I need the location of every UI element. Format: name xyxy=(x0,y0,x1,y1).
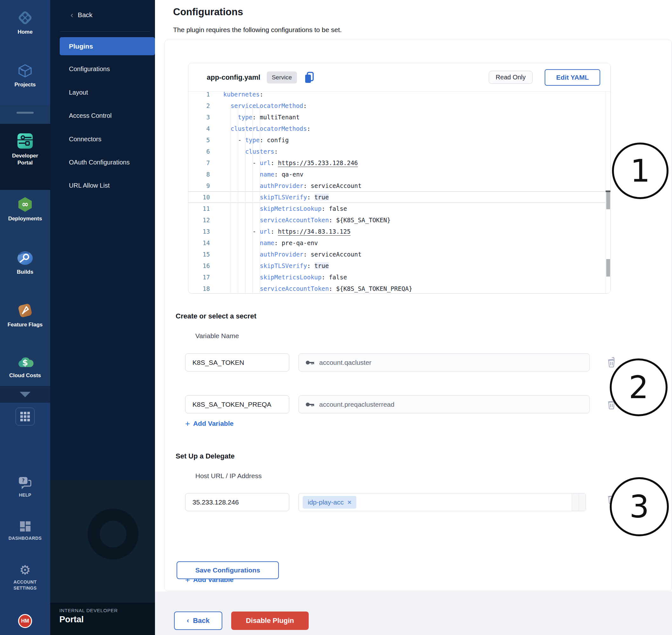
page-title: Configurations xyxy=(173,6,243,18)
disable-plugin-button[interactable]: Disable Plugin xyxy=(231,612,309,630)
line-number: 10 xyxy=(188,192,210,203)
yaml-key: serviceAccountToken xyxy=(260,217,329,223)
yaml-code-area[interactable]: 1kubernetes:2serviceLocatorMethod:3type:… xyxy=(188,92,605,293)
line-number: 5 xyxy=(188,134,210,146)
svg-text:$: $ xyxy=(22,358,28,367)
scrollbar-thumb[interactable] xyxy=(606,192,610,209)
line-number: 14 xyxy=(188,237,210,248)
variable-name-input[interactable] xyxy=(185,395,289,413)
yaml-line: 2serviceLocatorMethod: xyxy=(188,100,605,111)
sidebar-item-help[interactable]: ? HELP xyxy=(0,476,50,498)
yaml-value: config xyxy=(267,136,289,144)
yaml-value: ${K8S_SA_TOKEN} xyxy=(336,217,391,223)
key-icon xyxy=(305,359,315,366)
line-number: 2 xyxy=(188,100,210,111)
sidebar-item-home[interactable]: Home xyxy=(0,9,50,36)
sidebar-item-account-settings[interactable]: ⚙ ACCOUNT SETTINGS xyxy=(0,563,50,591)
line-number: 9 xyxy=(188,180,210,192)
sidebar-item-url-allow-list[interactable]: URL Allow List xyxy=(69,182,110,189)
add-variable-button[interactable]: + Add Variable xyxy=(185,420,233,428)
save-configurations-button[interactable]: Save Configurations xyxy=(177,561,279,579)
variable-name-input[interactable] xyxy=(185,353,289,371)
developer-portal-icon xyxy=(0,132,50,150)
deployments-icon: ∞ xyxy=(0,196,50,213)
annotation-circle-3: 3 xyxy=(610,477,669,536)
yaml-line: 6clusters: xyxy=(188,146,605,157)
remove-tag-icon[interactable]: × xyxy=(347,499,351,506)
sidebar-item-projects[interactable]: Projects xyxy=(0,63,50,88)
sidebar-item-configurations[interactable]: Configurations xyxy=(69,65,110,73)
sidebar-item-layout[interactable]: Layout xyxy=(69,89,88,96)
sidebar-item-label: Builds xyxy=(0,269,50,276)
line-number: 17 xyxy=(188,271,210,283)
tag-field-addon[interactable] xyxy=(572,494,586,511)
dashboards-icon xyxy=(0,520,50,533)
yaml-line: 17skipMetricsLookup: false xyxy=(188,271,605,283)
yaml-key: url xyxy=(260,228,270,235)
sidebar-item-builds[interactable]: Builds xyxy=(0,250,50,276)
sidebar-item-access-control[interactable]: Access Control xyxy=(69,112,112,119)
sidebar-item-plugins[interactable]: Plugins xyxy=(60,37,155,55)
svg-text:∞: ∞ xyxy=(22,199,28,209)
chevron-down-icon[interactable] xyxy=(20,392,30,397)
sidebar-item-deployments[interactable]: ∞ Deployments xyxy=(0,196,50,222)
sidebar-item-label: HELP xyxy=(0,492,50,498)
rail-collapse-handle[interactable] xyxy=(17,112,34,114)
secret-select[interactable]: account.preqaclusterread xyxy=(299,395,590,413)
edit-yaml-button[interactable]: Edit YAML xyxy=(545,69,600,86)
yaml-key: authProvider xyxy=(260,182,303,189)
sidebar-item-label: Feature Flags xyxy=(0,321,50,328)
sidebar-item-connectors[interactable]: Connectors xyxy=(69,136,101,143)
sidebar-item-feature-flags[interactable]: Feature Flags xyxy=(0,302,50,328)
back-nav[interactable]: ‹ Back xyxy=(70,11,92,19)
line-number: 18 xyxy=(188,283,210,293)
yaml-value: true xyxy=(315,194,329,201)
host-url-input[interactable] xyxy=(185,493,289,511)
code-scrollbar[interactable] xyxy=(605,92,610,293)
yaml-line: 3type: multiTenant xyxy=(188,111,605,123)
secrets-heading: Create or select a secret xyxy=(176,312,256,320)
sidebar-item-label: Deployments xyxy=(0,215,50,222)
user-avatar[interactable]: HM xyxy=(18,614,32,628)
yaml-line: 15authProvider: serviceAccount xyxy=(188,248,605,260)
sidebar-item-label: ACCOUNT SETTINGS xyxy=(0,579,50,591)
line-number: 3 xyxy=(188,111,210,123)
sidebar-item-label: Home xyxy=(0,28,50,36)
yaml-lines: 1kubernetes:2serviceLocatorMethod:3type:… xyxy=(188,92,605,293)
sidebar-item-label: Cloud Costs xyxy=(0,372,50,379)
yaml-value: multiTenant xyxy=(260,114,300,121)
scrollbar-thumb[interactable] xyxy=(606,259,610,277)
yaml-key: clusterLocatorMethods xyxy=(231,125,307,132)
sidebar-item-oauth-configurations[interactable]: OAuth Configurations xyxy=(69,159,130,166)
sidebar-item-dashboards[interactable]: DASHBOARDS xyxy=(0,520,50,541)
yaml-key: url xyxy=(260,159,270,167)
yaml-value-link[interactable]: https://35.233.128.246 xyxy=(278,159,358,167)
copy-icon[interactable] xyxy=(304,71,315,84)
yaml-key: authProvider xyxy=(260,251,303,258)
sidebar-item-cloud-costs[interactable]: $ Cloud Costs xyxy=(0,355,50,379)
secret-value: account.preqaclusterread xyxy=(319,401,394,408)
sidebar-item-developer-portal[interactable]: Developer Portal xyxy=(0,132,50,167)
delegate-tag-chip[interactable]: idp-play-acc × xyxy=(303,496,356,509)
cloud-costs-icon: $ xyxy=(0,355,50,370)
yaml-value-link[interactable]: https://34.83.13.125 xyxy=(278,228,351,235)
sidebar-item-label: Developer Portal xyxy=(0,152,50,167)
secret-select[interactable]: account.qacluster xyxy=(299,353,590,371)
yaml-line: 16skipTLSVerify: true xyxy=(188,260,605,271)
brand-title: Portal xyxy=(59,615,84,625)
delegate-tags-input[interactable]: idp-play-acc × xyxy=(299,493,586,511)
line-number: 7 xyxy=(188,157,210,169)
yaml-line: 11skipMetricsLookup: false xyxy=(188,203,605,214)
module-picker-button[interactable] xyxy=(16,408,35,425)
back-button[interactable]: ‹ Back xyxy=(174,612,222,630)
yaml-key: serviceLocatorMethod xyxy=(231,102,303,109)
line-number: 1 xyxy=(188,92,210,100)
delete-variable-icon[interactable] xyxy=(607,356,617,368)
yaml-line: 4clusterLocatorMethods: xyxy=(188,123,605,134)
line-number: 4 xyxy=(188,123,210,134)
yaml-value: false xyxy=(329,274,347,281)
plus-icon: + xyxy=(185,420,190,427)
divider xyxy=(60,31,150,32)
variable-name-label: Variable Name xyxy=(195,332,239,340)
brand-footer: INTERNAL DEVELOPER Portal xyxy=(50,603,155,635)
